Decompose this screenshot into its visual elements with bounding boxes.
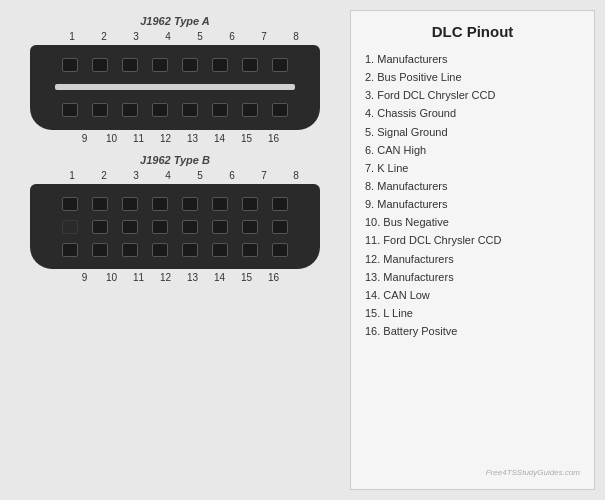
pin-label-4: 4	[161, 31, 175, 42]
pin-label-12: 12	[159, 133, 173, 144]
pin-b-label-13: 13	[186, 272, 200, 283]
pin-item: 3. Ford DCL Chrysler CCD	[365, 86, 580, 104]
pin-label-10: 10	[105, 133, 119, 144]
pin-label-5: 5	[193, 31, 207, 42]
pin-item: 2. Bus Positive Line	[365, 68, 580, 86]
hole	[182, 103, 198, 117]
connector-b-bottom-pins: 9 10 11 12 13 14 15 16	[70, 272, 281, 283]
pin-b-label-7: 7	[257, 170, 271, 181]
pin-item: 15. L Line	[365, 304, 580, 322]
hole	[62, 103, 78, 117]
connector-b-outer	[30, 184, 320, 269]
pin-b-label-1: 1	[65, 170, 79, 181]
pin-b-label-16: 16	[267, 272, 281, 283]
hole	[122, 243, 138, 257]
pin-item: 4. Chassis Ground	[365, 104, 580, 122]
hole	[152, 197, 168, 211]
pin-item: 12. Manufacturers	[365, 250, 580, 268]
pin-label-8: 8	[289, 31, 303, 42]
pin-b-label-2: 2	[97, 170, 111, 181]
hole	[242, 197, 258, 211]
hole	[152, 103, 168, 117]
pin-label-2: 2	[97, 31, 111, 42]
pin-b-label-8: 8	[289, 170, 303, 181]
pin-item: 14. CAN Low	[365, 286, 580, 304]
pin-label-16: 16	[267, 133, 281, 144]
hole	[272, 58, 288, 72]
connector-b-block: J1962 Type B 1 2 3 4 5 6 7 8	[20, 154, 330, 283]
connector-a-title: J1962 Type A	[140, 15, 210, 27]
pin-b-label-14: 14	[213, 272, 227, 283]
dlc-title: DLC Pinout	[365, 23, 580, 40]
hole	[182, 58, 198, 72]
hole	[242, 220, 258, 234]
watermark: Free4TSStudyGuides.com	[365, 468, 580, 477]
hole	[122, 197, 138, 211]
right-panel: DLC Pinout 1. Manufacturers2. Bus Positi…	[350, 10, 595, 490]
hole	[212, 220, 228, 234]
hole	[62, 197, 78, 211]
hole	[212, 103, 228, 117]
pin-label-11: 11	[132, 133, 146, 144]
pin-b-label-4: 4	[161, 170, 175, 181]
connector-b-top-pins: 1 2 3 4 5 6 7 8	[47, 170, 303, 181]
hole	[242, 103, 258, 117]
hole	[62, 58, 78, 72]
pin-b-label-6: 6	[225, 170, 239, 181]
pin-b-label-12: 12	[159, 272, 173, 283]
pin-item: 16. Battery Positve	[365, 322, 580, 340]
hole	[242, 243, 258, 257]
pin-b-label-9: 9	[78, 272, 92, 283]
hole	[62, 220, 78, 234]
pin-b-label-5: 5	[193, 170, 207, 181]
hole	[122, 220, 138, 234]
hole	[242, 58, 258, 72]
hole	[152, 243, 168, 257]
pin-item: 13. Manufacturers	[365, 268, 580, 286]
connector-b-middle-row	[62, 220, 288, 234]
pin-label-13: 13	[186, 133, 200, 144]
hole	[62, 243, 78, 257]
connector-a-body	[30, 45, 320, 130]
connector-b-title: J1962 Type B	[140, 154, 210, 166]
hole	[212, 197, 228, 211]
hole	[152, 220, 168, 234]
hole	[182, 243, 198, 257]
connector-a-strip	[55, 84, 295, 90]
pin-b-label-3: 3	[129, 170, 143, 181]
hole	[272, 197, 288, 211]
hole	[152, 58, 168, 72]
connector-a-bottom-row	[62, 103, 288, 117]
hole	[92, 220, 108, 234]
connector-a-bottom-pins: 9 10 11 12 13 14 15 16	[70, 133, 281, 144]
pin-item: 6. CAN High	[365, 141, 580, 159]
connector-a-top-pins: 1 2 3 4 5 6 7 8	[47, 31, 303, 42]
pin-label-9: 9	[78, 133, 92, 144]
pin-item: 10. Bus Negative	[365, 213, 580, 231]
connector-b-body	[30, 184, 320, 269]
hole	[122, 58, 138, 72]
pin-item: 8. Manufacturers	[365, 177, 580, 195]
hole	[272, 243, 288, 257]
hole	[272, 103, 288, 117]
pinout-list: 1. Manufacturers2. Bus Positive Line3. F…	[365, 50, 580, 340]
pin-item: 11. Ford DCL Chrysler CCD	[365, 231, 580, 249]
pin-b-label-10: 10	[105, 272, 119, 283]
connector-a-block: J1962 Type A 1 2 3 4 5 6 7 8	[20, 15, 330, 144]
hole	[92, 197, 108, 211]
hole	[272, 220, 288, 234]
pin-label-15: 15	[240, 133, 254, 144]
hole	[92, 243, 108, 257]
pin-label-1: 1	[65, 31, 79, 42]
pin-item: 5. Signal Ground	[365, 123, 580, 141]
connector-b-top-row	[62, 197, 288, 211]
pin-label-7: 7	[257, 31, 271, 42]
hole	[182, 220, 198, 234]
left-panel: J1962 Type A 1 2 3 4 5 6 7 8	[10, 10, 340, 490]
pin-item: 9. Manufacturers	[365, 195, 580, 213]
main-container: J1962 Type A 1 2 3 4 5 6 7 8	[0, 0, 605, 500]
pin-label-14: 14	[213, 133, 227, 144]
connector-b-bottom-row	[62, 243, 288, 257]
pin-item: 7. K Line	[365, 159, 580, 177]
connector-a-outer	[30, 45, 320, 130]
